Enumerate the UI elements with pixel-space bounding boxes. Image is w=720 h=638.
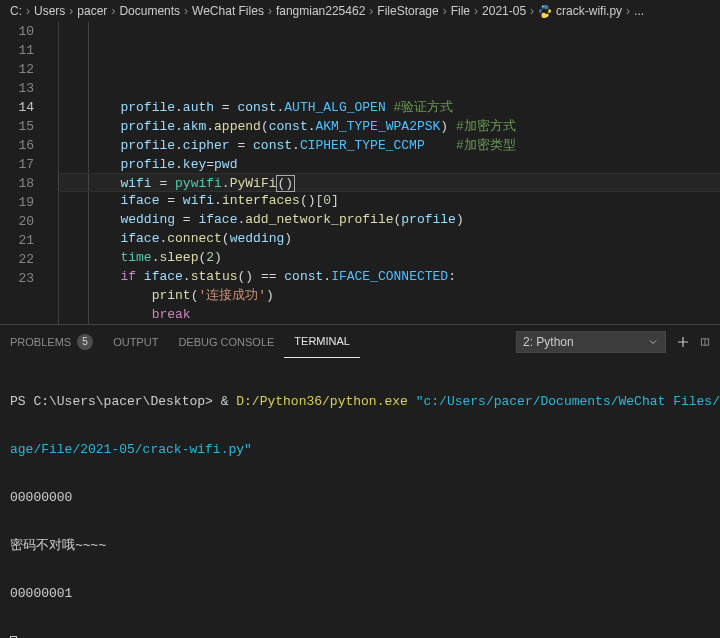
code-line[interactable]: wifi = pywifi.PyWiFi() [58, 173, 720, 192]
token-pun: ()[ [300, 193, 323, 208]
code-line[interactable]: if iface.status() == const.IFACE_CONNECT… [58, 267, 720, 286]
tab-problems-label: PROBLEMS [10, 336, 71, 348]
code-line[interactable]: iface = wifi.interfaces()[0] [58, 191, 720, 210]
token-obj: const [237, 100, 276, 115]
code-line[interactable]: break [58, 305, 720, 324]
line-number: 18 [0, 174, 48, 193]
token-fn: append [214, 119, 261, 134]
breadcrumb: C:› Users› pacer› Documents› WeChat File… [0, 0, 720, 22]
token-mod: pywifi [175, 176, 222, 191]
crumb[interactable]: Documents [119, 4, 180, 18]
chevron-right-icon: › [443, 4, 447, 18]
token-obj: wedding [120, 212, 175, 227]
terminal-content[interactable]: PS C:\Users\pacer\Desktop> & D:/Python36… [0, 358, 720, 638]
token-pun: . [175, 138, 183, 153]
crumb[interactable]: File [451, 4, 470, 18]
token-pun: ( [222, 231, 230, 246]
token-obj: const [269, 119, 308, 134]
crumb[interactable]: Users [34, 4, 65, 18]
token-pun [425, 138, 456, 153]
crumb-file[interactable]: crack-wifi.py [556, 4, 622, 18]
split-terminal-button[interactable] [700, 333, 710, 351]
code-line[interactable]: time.sleep(2) [58, 248, 720, 267]
chevron-right-icon: › [626, 4, 630, 18]
crumb-overflow[interactable]: ... [634, 4, 644, 18]
token-pun: = [152, 176, 175, 191]
code-area[interactable]: profile.auth = const.AUTH_ALG_OPEN #验证方式… [48, 22, 720, 324]
code-line[interactable]: profile.akm.append(const.AKM_TYPE_WPA2PS… [58, 117, 720, 136]
token-pun: . [206, 119, 214, 134]
crumb[interactable]: fangmian225462 [276, 4, 365, 18]
token-obj: const [284, 269, 323, 284]
token-fn: sleep [159, 250, 198, 265]
tab-output-label: OUTPUT [113, 336, 158, 348]
code-line[interactable]: profile.cipher = const.CIPHER_TYPE_CCMP … [58, 136, 720, 155]
code-line[interactable]: print('连接成功') [58, 286, 720, 305]
line-number: 11 [0, 41, 48, 60]
token-pun: . [175, 119, 183, 134]
token-pun: () == [237, 269, 284, 284]
terminal-selector[interactable]: 2: Python [516, 331, 666, 353]
token-fn: status [191, 269, 238, 284]
token-pun: = [230, 138, 253, 153]
token-obj: wifi [120, 176, 151, 191]
token-obj: iface [120, 193, 159, 208]
tab-terminal[interactable]: TERMINAL [284, 325, 360, 358]
crumb[interactable]: C: [10, 4, 22, 18]
token-pun: . [323, 269, 331, 284]
token-obj: profile [120, 138, 175, 153]
code-line[interactable]: iface.connect(wedding) [58, 229, 720, 248]
token-pun: = [175, 212, 198, 227]
tab-output[interactable]: OUTPUT [103, 325, 168, 358]
terminal-amp: & [221, 394, 237, 409]
crumb[interactable]: pacer [77, 4, 107, 18]
chevron-right-icon: › [530, 4, 534, 18]
terminal-cursor-line [10, 634, 710, 638]
crumb[interactable]: WeChat Files [192, 4, 264, 18]
token-obj: profile [401, 212, 456, 227]
token-obj: pwd [214, 157, 237, 172]
terminal-output: 密码不对哦~~~~ [10, 538, 710, 554]
token-obj: const [253, 138, 292, 153]
token-pun: . [175, 157, 183, 172]
code-line[interactable]: profile.key=pwd [58, 155, 720, 174]
new-terminal-button[interactable] [674, 333, 692, 351]
token-const: IFACE_CONNECTED [331, 269, 448, 284]
code-line[interactable]: wedding = iface.add_network_profile(prof… [58, 210, 720, 229]
token-pun: ) [266, 288, 274, 303]
terminal-line: age/File/2021-05/crack-wifi.py" [10, 442, 710, 458]
token-cmt: #加密方式 [456, 119, 516, 134]
code-editor[interactable]: 1011121314151617181920212223 profile.aut… [0, 22, 720, 324]
line-number-gutter: 1011121314151617181920212223 [0, 22, 48, 324]
token-fn: PyWiFi [230, 176, 277, 191]
terminal-exe: D:/Python36/python.exe [236, 394, 415, 409]
token-obj: iface [144, 269, 183, 284]
tab-debug-console[interactable]: DEBUG CONSOLE [168, 325, 284, 358]
token-obj: akm [183, 119, 206, 134]
chevron-right-icon: › [184, 4, 188, 18]
token-pun: . [175, 100, 183, 115]
editor-cursor: () [276, 175, 295, 192]
chevron-right-icon: › [26, 4, 30, 18]
token-pun: ) [440, 119, 456, 134]
panel-tabs: PROBLEMS 5 OUTPUT DEBUG CONSOLE TERMINAL… [0, 325, 720, 358]
terminal-output: 00000000 [10, 490, 710, 506]
token-pun: . [214, 193, 222, 208]
code-line[interactable]: profile.auth = const.AUTH_ALG_OPEN #验证方式 [58, 98, 720, 117]
chevron-right-icon: › [474, 4, 478, 18]
svg-point-1 [547, 15, 548, 16]
chevron-right-icon: › [69, 4, 73, 18]
token-pun: ( [261, 119, 269, 134]
terminal-selector-label: 2: Python [523, 335, 574, 349]
tab-problems[interactable]: PROBLEMS 5 [0, 325, 103, 358]
token-const: AUTH_ALG_OPEN [284, 100, 385, 115]
token-obj: profile [120, 119, 175, 134]
line-number: 10 [0, 22, 48, 41]
crumb[interactable]: FileStorage [377, 4, 438, 18]
crumb[interactable]: 2021-05 [482, 4, 526, 18]
token-pun: ] [331, 193, 339, 208]
line-number: 16 [0, 136, 48, 155]
token-str: '连接成功' [198, 288, 266, 303]
token-const: AKM_TYPE_WPA2PSK [316, 119, 441, 134]
terminal-output: 00000001 [10, 586, 710, 602]
